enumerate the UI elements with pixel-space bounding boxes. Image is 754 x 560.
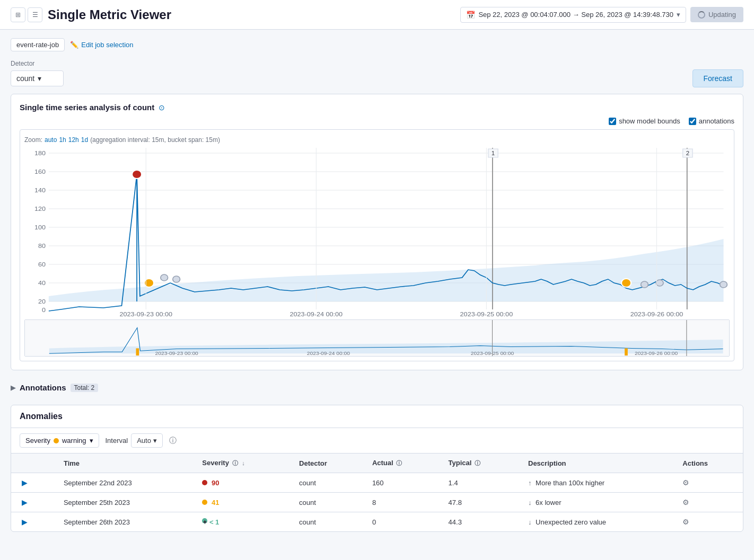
table-row: ▶ September 26th 2023 ✦ < 1 count 0 44.3… <box>11 512 743 532</box>
zoom-auto[interactable]: auto <box>45 136 57 144</box>
show-model-bounds-checkbox[interactable] <box>609 118 616 125</box>
spinner-icon <box>698 11 705 19</box>
col-time: Time <box>55 454 194 473</box>
chart-title: Single time series analysis of count <box>20 103 154 112</box>
row-detector: count <box>291 512 364 532</box>
severity-low-icon: ✦ <box>202 518 207 523</box>
svg-text:2023-09-25 00:00: 2023-09-25 00:00 <box>460 311 513 317</box>
calendar-icon: 📅 <box>466 11 475 19</box>
severity-dot-icon <box>54 438 59 443</box>
chart-wrapper: Zoom: auto 1h 12h 1d (aggregation interv… <box>20 129 734 361</box>
severity-critical-icon <box>202 480 207 485</box>
date-range-text: Sep 22, 2023 @ 00:04:07.000 → Sep 26, 20… <box>478 11 673 19</box>
row-time: September 26th 2023 <box>55 512 194 532</box>
severity-filter-label: Severity <box>25 437 50 445</box>
col-description: Description <box>520 454 674 473</box>
anomalies-table: Time Severity ⓘ ↓ Detector Actual ⓘ <box>11 454 743 531</box>
row-time: September 22nd 2023 <box>55 473 194 493</box>
svg-text:120: 120 <box>34 206 46 212</box>
interval-filter: Interval Auto ▾ <box>106 433 163 448</box>
row-detector: count <box>291 493 364 512</box>
col-expand <box>11 454 55 473</box>
row-actions-button[interactable]: ⚙ <box>682 478 689 487</box>
chart-title-row: Single time series analysis of count ⊙ <box>20 103 734 112</box>
interval-value: Auto <box>137 437 151 445</box>
zoom-bar: Zoom: auto 1h 12h 1d (aggregation interv… <box>24 134 730 148</box>
row-actions: ⚙ <box>674 493 743 512</box>
update-button[interactable]: Updating <box>690 7 743 22</box>
date-range-picker[interactable]: 📅 Sep 22, 2023 @ 00:04:07.000 → Sep 26, … <box>460 7 686 23</box>
svg-point-28 <box>621 279 631 287</box>
detector-section: Detector count ▾ Forecast <box>11 60 743 87</box>
row-severity: ✦ < 1 <box>194 512 291 532</box>
svg-text:2023-09-26 00:00: 2023-09-26 00:00 <box>630 311 683 317</box>
svg-text:2: 2 <box>686 150 689 156</box>
zoom-1h[interactable]: 1h <box>59 136 66 144</box>
detector-select[interactable]: count ▾ <box>11 70 64 86</box>
svg-text:2023-09-25 00:00: 2023-09-25 00:00 <box>471 351 514 356</box>
row-actions-button[interactable]: ⚙ <box>682 498 689 506</box>
col-actual: Actual ⓘ <box>364 454 440 473</box>
edit-job-label: Edit job selection <box>81 41 133 49</box>
svg-text:40: 40 <box>38 280 46 287</box>
header-right: 📅 Sep 22, 2023 @ 00:04:07.000 → Sep 26, … <box>460 7 743 23</box>
zoom-12h[interactable]: 12h <box>68 136 79 144</box>
zoom-1d[interactable]: 1d <box>81 136 88 144</box>
svg-text:60: 60 <box>38 261 46 268</box>
down-arrow-icon: ↓ <box>528 518 532 526</box>
help-icon[interactable]: ⓘ <box>169 436 177 446</box>
anomalies-section: Anomalies Severity warning ▾ Interval Au… <box>11 405 743 532</box>
mini-chart: 2023-09-23 00:00 2023-09-24 00:00 2023-0… <box>24 319 730 357</box>
forecast-button[interactable]: Forecast <box>692 69 743 87</box>
row-typical: 47.8 <box>440 493 520 512</box>
row-actions-button[interactable]: ⚙ <box>682 518 689 526</box>
row-actual: 8 <box>364 493 440 512</box>
job-tag: event-rate-job <box>11 38 65 51</box>
svg-text:0: 0 <box>42 307 46 314</box>
row-expand-button[interactable]: ▶ <box>20 478 30 487</box>
row-actions: ⚙ <box>674 512 743 532</box>
row-typical: 1.4 <box>440 473 520 493</box>
svg-point-31 <box>720 281 727 288</box>
svg-rect-44 <box>625 348 628 355</box>
col-severity[interactable]: Severity ⓘ ↓ <box>194 454 291 473</box>
typical-info-icon: ⓘ <box>475 460 480 466</box>
anomaly-dot-critical <box>132 170 142 179</box>
pencil-icon: ✏️ <box>70 41 78 49</box>
row-typical: 44.3 <box>440 512 520 532</box>
show-model-bounds-text: show model bounds <box>619 117 680 125</box>
svg-text:2023-09-24 00:00: 2023-09-24 00:00 <box>290 311 343 317</box>
svg-point-30 <box>656 280 663 286</box>
svg-rect-43 <box>136 348 139 355</box>
zoom-label: Zoom: <box>24 136 42 144</box>
chevron-right-icon: ▶ <box>11 384 15 392</box>
svg-text:160: 160 <box>34 168 46 175</box>
actual-info-icon: ⓘ <box>396 460 402 466</box>
severity-filter-value: warning <box>62 437 86 445</box>
svg-point-27 <box>173 276 180 282</box>
show-model-bounds-label[interactable]: show model bounds <box>609 117 680 125</box>
interval-select[interactable]: Auto ▾ <box>131 433 163 448</box>
info-icon[interactable]: ⊙ <box>159 103 165 112</box>
main-content: event-rate-job ✏️ Edit job selection Det… <box>0 30 754 540</box>
page-title: Single Metric Viewer <box>48 7 171 22</box>
update-label: Updating <box>708 11 736 19</box>
edit-job-selection-button[interactable]: ✏️ Edit job selection <box>70 41 133 49</box>
severity-filter[interactable]: Severity warning ▾ <box>20 433 99 448</box>
table-header-row: Time Severity ⓘ ↓ Detector Actual ⓘ <box>11 454 743 473</box>
list-view-button[interactable]: ☰ <box>28 7 42 22</box>
row-actual: 160 <box>364 473 440 493</box>
annotations-header[interactable]: ▶ Annotations Total: 2 <box>11 379 743 396</box>
svg-text:2023-09-26 00:00: 2023-09-26 00:00 <box>635 351 678 356</box>
annotations-checkbox[interactable] <box>689 118 696 125</box>
grid-view-button[interactable]: ⊞ <box>11 7 25 22</box>
chevron-down-icon: ▾ <box>90 437 93 445</box>
row-expand-button[interactable]: ▶ <box>20 498 30 506</box>
chart-controls: show model bounds annotations <box>20 117 734 125</box>
anomaly-dot-warning <box>144 279 154 287</box>
annotations-label[interactable]: annotations <box>689 117 734 125</box>
detector-value: count <box>16 74 34 83</box>
row-expand-button[interactable]: ▶ <box>20 518 30 526</box>
col-actions: Actions <box>674 454 743 473</box>
svg-text:100: 100 <box>34 224 46 231</box>
